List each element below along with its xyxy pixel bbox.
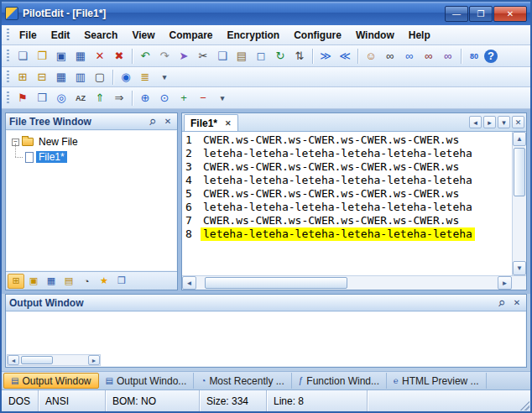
clip-tab-icon[interactable]: ▤: [60, 274, 77, 289]
hscroll-thumb[interactable]: [205, 277, 347, 289]
cut-icon[interactable]: ✂: [194, 48, 212, 65]
editor-vertical-scrollbar[interactable]: ▲ ▼: [512, 132, 526, 275]
menu-item-help[interactable]: Help: [402, 27, 437, 44]
editor-line[interactable]: 8leteha-leteha-leteha-leteha-leteha-lete…: [182, 227, 512, 241]
file-tree-tab-icon[interactable]: ⊞: [8, 274, 24, 289]
close-icon[interactable]: ✕: [162, 116, 174, 128]
editor-line[interactable]: 5CWER.ws-CWER.ws-CWER.ws-CWER.ws-CWER.ws: [182, 187, 512, 201]
refresh-icon[interactable]: ↻: [271, 48, 289, 65]
editor-text[interactable]: 1CWER.ws-CWER.ws-CWER.ws-CWER.ws-CWER.ws…: [182, 132, 512, 275]
paste-icon[interactable]: ▤: [232, 48, 251, 65]
zoom-selection-icon[interactable]: ⊙: [155, 90, 174, 107]
scroll-left-icon[interactable]: ◄: [182, 276, 196, 290]
editor-line[interactable]: 2leteha-leteha-leteha-leteha-leteha-lete…: [182, 147, 512, 160]
scroll-left-icon[interactable]: ◄: [8, 355, 19, 365]
scroll-up-icon[interactable]: ▲: [513, 132, 526, 146]
load-workspace-icon[interactable]: ▥: [71, 69, 90, 86]
pin-icon[interactable]: ⚲: [144, 113, 161, 130]
bottom-tab-most-recently[interactable]: ◔Most Recently ...: [194, 373, 291, 389]
minimize-button[interactable]: —: [445, 6, 468, 22]
recent-tab-icon[interactable]: ◔: [78, 274, 95, 289]
vscroll-thumb[interactable]: [514, 148, 525, 196]
save-icon[interactable]: ▣: [52, 48, 70, 65]
output-hscroll-track[interactable]: [19, 355, 88, 365]
output-hscroll-thumb[interactable]: [21, 356, 53, 364]
menu-item-file[interactable]: File: [13, 27, 44, 44]
bottom-tab-output-window[interactable]: ▤Output Window: [3, 373, 99, 389]
new-file-icon[interactable]: ❏: [13, 48, 32, 65]
close-file-icon[interactable]: ✕: [91, 48, 109, 65]
magnify-icon[interactable]: ⊕: [136, 90, 154, 107]
close-all-icon[interactable]: ✖: [110, 48, 128, 65]
jump-icon[interactable]: ➤: [175, 48, 193, 65]
close-icon[interactable]: ✕: [511, 297, 523, 309]
menu-item-compare[interactable]: Compare: [163, 27, 220, 44]
column-80-icon[interactable]: 80: [465, 48, 483, 65]
editor-line[interactable]: 7CWER.ws-CWER.ws-CWER.ws-CWER.ws-CWER.ws: [182, 214, 512, 227]
editor-horizontal-scrollbar[interactable]: ◄ ►: [182, 275, 512, 290]
show-output-window-icon[interactable]: ⊟: [33, 69, 51, 86]
menu-item-search[interactable]: Search: [77, 27, 124, 44]
web-preview-icon[interactable]: ◎: [52, 90, 70, 107]
tree-item-label[interactable]: New File: [36, 136, 81, 148]
close-tab-icon[interactable]: ✕: [225, 119, 232, 128]
toolbar-options-2-icon[interactable]: ▾: [213, 90, 232, 107]
select-all-icon[interactable]: ◻: [252, 48, 270, 65]
scripts-icon[interactable]: ≣: [136, 69, 154, 86]
output-horizontal-scrollbar[interactable]: ◄ ►: [7, 354, 101, 366]
resize-grip[interactable]: [519, 400, 529, 410]
tab-list-icon[interactable]: ▾: [498, 116, 510, 128]
bottom-tab-output-window-2[interactable]: ▤Output Windo...: [99, 373, 195, 389]
scroll-down-icon[interactable]: ▼: [513, 261, 526, 275]
editor-area[interactable]: 1CWER.ws-CWER.ws-CWER.ws-CWER.ws-CWER.ws…: [182, 132, 526, 275]
replace-icon[interactable]: ∞: [439, 48, 457, 65]
sort-az-icon[interactable]: AZ: [71, 90, 90, 107]
tabs-tab-icon[interactable]: ❒: [113, 274, 130, 289]
menu-item-edit[interactable]: Edit: [44, 27, 77, 44]
menu-item-encryption[interactable]: Encryption: [221, 27, 287, 44]
save-workspace-icon[interactable]: ▦: [52, 69, 70, 86]
vscroll-track[interactable]: [513, 146, 526, 261]
prev-difference-icon[interactable]: ≪: [336, 48, 354, 65]
scroll-tabs-left-icon[interactable]: ◂: [469, 116, 482, 128]
save-all-icon[interactable]: ▦: [71, 48, 90, 65]
folder-tab-icon[interactable]: ▣: [25, 274, 42, 289]
browser-preview-icon[interactable]: ◉: [117, 69, 135, 86]
copy-special-icon[interactable]: ❒: [33, 90, 51, 107]
user-history-icon[interactable]: ☺: [362, 48, 380, 65]
menu-item-window[interactable]: Window: [349, 27, 401, 44]
find-in-files-icon[interactable]: ∞: [420, 48, 438, 65]
pin-icon[interactable]: ⚲: [493, 295, 510, 311]
move-up-icon[interactable]: ⇑: [91, 90, 109, 107]
tree-item-new-file[interactable]: − New File: [8, 134, 175, 149]
close-document-icon[interactable]: ✕: [512, 116, 524, 128]
menubar-grip[interactable]: [7, 29, 9, 42]
menu-item-configure[interactable]: Configure: [287, 27, 348, 44]
bottom-tab-function-window[interactable]: ƒFunction Wind...: [292, 373, 387, 389]
menu-item-view[interactable]: View: [125, 27, 161, 44]
close-button[interactable]: ✕: [493, 6, 527, 22]
toolbar-grip[interactable]: [7, 71, 9, 84]
bottom-tab-html-preview[interactable]: ℮HTML Preview ...: [387, 373, 487, 389]
toolbar-grip[interactable]: [7, 50, 9, 63]
maximize-button[interactable]: ❐: [469, 6, 493, 22]
scroll-right-icon[interactable]: ►: [498, 276, 512, 290]
toolbar-grip[interactable]: [7, 91, 9, 105]
show-file-tree-icon[interactable]: ⊞: [13, 69, 32, 86]
next-difference-icon[interactable]: ≫: [316, 48, 335, 65]
undo-icon[interactable]: ↶: [136, 48, 154, 65]
tree-item-label-selected[interactable]: File1*: [36, 151, 67, 163]
sort-lines-icon[interactable]: ⇅: [290, 48, 309, 65]
editor-tab-file1[interactable]: File1* ✕: [184, 114, 238, 131]
indent-icon[interactable]: ⇒: [110, 90, 128, 107]
scroll-right-icon[interactable]: ►: [88, 355, 100, 365]
find-next-icon[interactable]: ∞: [400, 48, 419, 65]
tree-item-file1[interactable]: File1*: [8, 149, 175, 165]
titlebar[interactable]: PilotEdit - [File1*] —❐✕: [2, 2, 530, 25]
expand-all-icon[interactable]: +: [175, 90, 193, 107]
collapse-all-icon[interactable]: −: [194, 90, 212, 107]
toolbar-options-icon[interactable]: ▾: [155, 69, 174, 86]
editor-line[interactable]: 4leteha-leteha-leteha-leteha-leteha-lete…: [182, 174, 512, 187]
full-screen-icon[interactable]: ▢: [91, 69, 109, 86]
find-icon[interactable]: ∞: [381, 48, 399, 65]
